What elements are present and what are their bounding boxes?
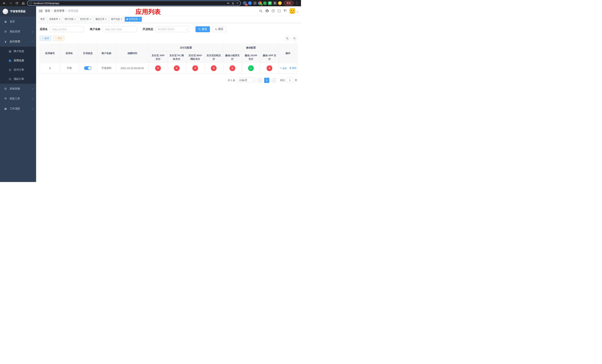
cell-created-at: 2021-10-23 08:49:25 [116, 63, 149, 74]
font-size-icon[interactable]: TT [284, 10, 287, 12]
tab-refund-order[interactable]: 退款订单 × [94, 17, 108, 22]
tab-app-info[interactable]: 应用信息 × [125, 17, 142, 22]
app-title: 芋道管理系统 [10, 10, 26, 13]
sidebar-item-system[interactable]: ⚙ 系统管理 [0, 27, 36, 37]
prev-page-button[interactable]: ‹ [257, 78, 262, 83]
active-tab-dot [127, 19, 128, 20]
tab-user-group[interactable]: 用户分组 × [63, 17, 77, 22]
extension-icon[interactable] [278, 1, 282, 5]
extensions-area: 10 1 [242, 1, 282, 5]
help-icon[interactable]: ? [272, 10, 275, 12]
status-select[interactable]: 请选择开启状态 [155, 26, 190, 32]
chevron-down-icon [32, 31, 34, 32]
user-avatar[interactable] [290, 8, 295, 14]
plus-icon: + [42, 37, 43, 40]
url-text: localhost:1024/pay/app [33, 2, 225, 5]
avatar-caret-icon[interactable] [297, 11, 298, 12]
close-icon[interactable]: × [75, 18, 76, 20]
merchant-name-input[interactable] [103, 26, 137, 32]
chevron-down-icon [252, 79, 254, 81]
chevron-down-icon [32, 97, 34, 99]
page-number-button[interactable]: 1 [264, 78, 269, 83]
forward-icon[interactable] [8, 1, 13, 6]
tabs-bar: 首页 流程表单 × 用户分组 × 支付订单 × 退款订单 × 商户信息 × [36, 16, 301, 23]
app-name-input[interactable] [50, 26, 84, 32]
goto-page-input[interactable] [286, 78, 294, 83]
refresh-table-button[interactable]: ↻ [292, 36, 297, 41]
site-info-icon[interactable]: i [29, 2, 32, 5]
sidebar-item-home[interactable]: ◉ 首页 [0, 17, 36, 27]
tab-process-form[interactable]: 流程表单 × [47, 17, 62, 22]
back-icon[interactable] [2, 1, 7, 6]
home-icon[interactable] [21, 1, 26, 6]
sidebar-item-label: 应用信息 [14, 59, 24, 62]
sidebar: 芋道管理系统 ◉ 首页 ⚙ 系统管理 ¥ 支付管理 ▤ 商户信息 ▦ 应用信息 [0, 6, 36, 182]
breadcrumb-separator: / [66, 10, 66, 12]
logo-avatar [3, 9, 8, 14]
tab-label: 支付订单 [80, 18, 89, 21]
password-key-icon[interactable] [227, 2, 230, 5]
share-icon[interactable] [232, 2, 234, 5]
enabled-toggle[interactable] [84, 66, 91, 70]
close-icon[interactable]: × [139, 18, 140, 20]
close-icon[interactable]: × [59, 18, 60, 20]
extension-icon[interactable]: 1 [258, 1, 262, 5]
breadcrumb-payment[interactable]: 支付管理 [54, 9, 64, 13]
search-button[interactable]: 搜索 [195, 26, 210, 32]
group-header-wechat: 微信配置 [223, 44, 279, 52]
col-header-merchant: 商户名称 [97, 44, 116, 63]
toggle-knob [88, 67, 91, 70]
col-header-wechat-mini: 微信小程序支付 [223, 52, 242, 63]
close-icon[interactable]: × [105, 18, 107, 20]
breadcrumb-home[interactable]: 首页 [45, 9, 50, 13]
dashboard-icon: ◉ [4, 20, 7, 23]
sidebar-item-refund-order[interactable]: ⊡ 退款订单 [0, 75, 36, 84]
next-page-button[interactable]: › [271, 78, 276, 83]
yen-icon: ¥ [4, 40, 7, 43]
col-header-alipay-app: 支付宝 APP 支付 [149, 52, 167, 63]
sidebar-item-payment[interactable]: ¥ 支付管理 [0, 37, 36, 47]
alipay-wap-status-icon: × [192, 65, 198, 71]
edit-button[interactable]: ✎ 修改 [280, 67, 287, 70]
sidebar-item-label: 研发工具 [10, 97, 20, 100]
sidebar-item-devtools[interactable]: ⚒ 研发工具 [0, 94, 36, 104]
refresh-icon: ↻ [215, 28, 217, 31]
add-button[interactable]: + 新增 [40, 36, 51, 41]
tab-home[interactable]: 首页 [39, 17, 46, 22]
reload-icon[interactable] [14, 1, 19, 6]
bookmark-star-icon[interactable]: ☆ [236, 1, 239, 5]
sidebar-item-merchant-info[interactable]: ▤ 商户信息 [0, 47, 36, 56]
github-icon[interactable] [266, 9, 269, 13]
sidebar-item-workflow[interactable]: ▣ 工作流程 [0, 104, 36, 114]
address-bar[interactable]: i localhost:1024/pay/app ☆ [27, 0, 241, 6]
alipay-app-status-icon: × [155, 65, 161, 71]
status-label: 开启状态 [143, 28, 153, 31]
col-header-wechat-jsapi: 微信 JSAPI 支付 [242, 52, 260, 63]
tab-label: 流程表单 [49, 18, 58, 21]
reset-button[interactable]: ↻ 重置 [212, 26, 226, 32]
workflow-icon: ▣ [4, 107, 7, 110]
sidebar-item-app-info[interactable]: ▦ 应用信息 [0, 56, 36, 65]
extension-icon[interactable] [273, 1, 277, 5]
sidebar-item-infrastructure[interactable]: ⊞ 基础设施 [0, 84, 36, 94]
tab-merchant-info[interactable]: 商户信息 × [109, 17, 124, 22]
browser-menu-icon[interactable]: ⋮ [295, 1, 299, 5]
extension-icon[interactable] [253, 1, 257, 5]
sidebar-toggle-button[interactable] [39, 10, 43, 12]
extension-icon[interactable] [248, 1, 252, 5]
close-icon[interactable]: × [121, 18, 122, 20]
export-button[interactable]: ↓ 导出 [53, 36, 64, 41]
close-icon[interactable]: × [90, 18, 91, 20]
browser-update-button[interactable]: 更新 [284, 1, 293, 5]
toggle-search-button[interactable] [284, 36, 290, 41]
fullscreen-icon[interactable] [278, 10, 281, 12]
chevron-down-icon [186, 28, 188, 30]
delete-button[interactable]: 删除 [289, 66, 296, 70]
extension-icon[interactable] [263, 1, 267, 5]
tab-pay-order[interactable]: 支付订单 × [78, 17, 93, 22]
sidebar-item-pay-order[interactable]: ◎ 支付订单 [0, 65, 36, 75]
extension-icon[interactable]: 10 [243, 1, 247, 5]
extension-icon[interactable] [268, 1, 272, 5]
header-search-icon[interactable] [259, 10, 262, 13]
page-size-select[interactable]: 10条/页 [237, 78, 255, 83]
